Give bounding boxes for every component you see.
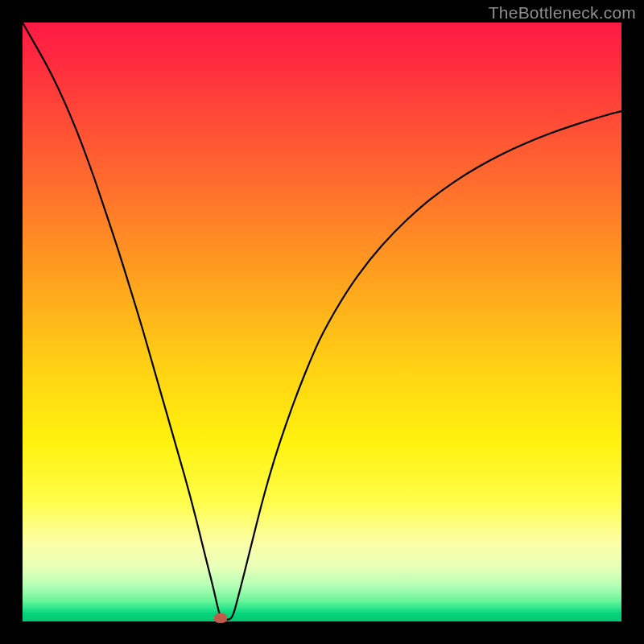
chart-frame: TheBottleneck.com (0, 0, 644, 644)
bottleneck-curve (23, 23, 621, 620)
plot-area (23, 23, 621, 621)
curve-layer (23, 23, 621, 621)
watermark-text: TheBottleneck.com (489, 3, 636, 23)
minimum-marker (214, 613, 227, 623)
